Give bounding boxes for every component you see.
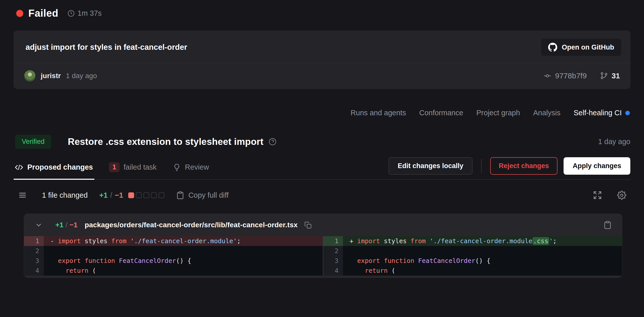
tab-failed-task-label: failed task — [124, 163, 157, 171]
nav-analysis[interactable]: Analysis — [533, 109, 561, 117]
code-content: + import styles from './feat-cancel-orde… — [343, 236, 622, 246]
nav-self-healing-ci-label: Self-healing CI — [574, 109, 622, 117]
code-content — [343, 246, 622, 256]
commit-card-top: adjust import for styles in feat-cancel-… — [14, 31, 630, 64]
code-line: 2 — [323, 246, 622, 256]
code-line: 4 return ( — [24, 266, 323, 276]
code-line: 4 return ( — [323, 266, 622, 276]
code-line: 1+ import styles from './feat-cancel-ord… — [323, 236, 622, 246]
chevron-down-icon[interactable] — [35, 221, 43, 229]
run-status-label: Failed — [28, 8, 58, 19]
help-icon[interactable] — [269, 138, 276, 146]
line-number: 1 — [323, 236, 343, 246]
author-name[interactable]: juristr — [41, 72, 61, 80]
copy-path-icon[interactable] — [304, 221, 312, 229]
line-number: 1 — [24, 236, 44, 246]
stat-block — [143, 192, 149, 198]
fix-title: Restore .css extension to stylesheet imp… — [68, 137, 264, 147]
additions-count: +1 — [99, 191, 108, 199]
stat-block — [151, 192, 157, 198]
file-deletions: −1 — [70, 221, 78, 229]
line-number: 4 — [24, 266, 44, 276]
page: Failed 1m 37s adjust import for styles i… — [0, 0, 644, 317]
diff-pane-right[interactable]: 1+ import styles from './feat-cancel-ord… — [323, 236, 622, 276]
lightbulb-icon — [173, 163, 181, 171]
tab-proposed-changes[interactable]: Proposed changes — [14, 158, 94, 180]
tab-review-label: Review — [185, 163, 209, 171]
diff-toolbar-right — [593, 191, 626, 200]
stat-block — [159, 192, 164, 198]
nav-runs-and-agents[interactable]: Runs and agents — [351, 109, 406, 117]
diff-pane-left[interactable]: 1- import styles from './feat-cancel-ord… — [24, 236, 323, 276]
commit-title: adjust import for styles in feat-cancel-… — [26, 43, 187, 52]
avatar[interactable] — [24, 70, 36, 82]
nav-project-graph[interactable]: Project graph — [476, 109, 520, 117]
git-branch-icon — [600, 72, 608, 80]
files-changed-label: 1 file changed — [42, 191, 88, 199]
actions-divider — [481, 159, 482, 173]
action-buttons: Edit changes locally Reject changes Appl… — [389, 157, 630, 179]
line-number: 3 — [24, 256, 44, 266]
expand-icon[interactable] — [593, 191, 602, 200]
github-logo-icon — [548, 43, 557, 52]
edit-changes-locally-button[interactable]: Edit changes locally — [389, 157, 473, 175]
open-on-github-label: Open on GitHub — [562, 43, 614, 51]
branch-count-group[interactable]: 31 — [600, 72, 620, 80]
tabs: Proposed changes 1 failed task Review — [14, 158, 210, 179]
diffstat: +1 / −1 — [99, 191, 123, 199]
code-content: return ( — [343, 266, 622, 276]
code-line: 2 — [24, 246, 323, 256]
gear-icon[interactable] — [617, 191, 626, 200]
copy-full-diff-label: Copy full diff — [188, 191, 229, 199]
copy-file-diff-icon[interactable] — [603, 221, 612, 229]
line-number: 4 — [323, 266, 343, 276]
nav-conformance[interactable]: Conformance — [419, 109, 463, 117]
run-duration: 1m 37s — [68, 9, 102, 17]
notification-dot-icon — [625, 111, 630, 115]
file-diffstat: +1 / −1 — [55, 221, 78, 229]
git-commit-icon — [543, 72, 551, 80]
diff-body: 1- import styles from './feat-cancel-ord… — [24, 236, 622, 276]
hamburger-icon[interactable] — [18, 190, 27, 200]
commit-card-bottom: juristr 1 day ago 9778b7f9 31 — [14, 64, 630, 89]
fix-time: 1 day ago — [598, 138, 630, 146]
run-duration-value: 1m 37s — [78, 9, 102, 17]
code-content: export function FeatCancelOrder() { — [44, 256, 323, 266]
code-content — [44, 246, 323, 256]
nav-self-healing-ci[interactable]: Self-healing CI — [574, 109, 630, 117]
copy-full-diff-button[interactable]: Copy full diff — [176, 191, 229, 199]
line-number: 2 — [24, 246, 44, 256]
code-content: return ( — [44, 266, 323, 276]
tab-review[interactable]: Review — [172, 158, 210, 179]
file-path: packages/orders/feat-cancel-order/src/li… — [85, 221, 298, 229]
open-on-github-button[interactable]: Open on GitHub — [541, 38, 621, 56]
code-line: 3 export function FeatCancelOrder() { — [323, 256, 622, 266]
diff-toolbar: 1 file changed +1 / −1 Copy full diff — [14, 190, 630, 200]
commit-card: adjust import for styles in feat-cancel-… — [14, 31, 630, 89]
diffstat-separator: / — [110, 191, 112, 199]
tabs-row: Proposed changes 1 failed task Review Ed… — [14, 157, 630, 180]
tab-failed-task[interactable]: 1 failed task — [108, 158, 158, 179]
author-group: juristr 1 day ago — [24, 70, 97, 82]
commit-hash-group[interactable]: 9778b7f9 — [543, 72, 587, 80]
diff-stat-blocks — [128, 192, 164, 198]
run-status-row: Failed 1m 37s — [14, 8, 630, 19]
code-content: export function FeatCancelOrder() { — [343, 256, 622, 266]
commit-hash: 9778b7f9 — [555, 72, 587, 80]
reject-changes-button[interactable]: Reject changes — [490, 157, 557, 175]
stat-block — [128, 192, 134, 198]
file-diffstat-separator: / — [66, 221, 68, 229]
deletions-count: −1 — [115, 191, 123, 199]
commit-meta: 9778b7f9 31 — [543, 72, 620, 80]
line-number: 3 — [323, 256, 343, 266]
fix-header: Verified Restore .css extension to style… — [14, 135, 630, 149]
branch-count: 31 — [612, 72, 620, 80]
apply-changes-button[interactable]: Apply changes — [564, 157, 630, 175]
code-icon — [15, 163, 23, 172]
tab-proposed-changes-label: Proposed changes — [27, 163, 93, 171]
file-additions: +1 — [55, 221, 63, 229]
clipboard-icon — [176, 191, 184, 199]
code-content: - import styles from './feat-cancel-orde… — [44, 236, 323, 246]
commit-time: 1 day ago — [66, 72, 97, 80]
code-line: 1- import styles from './feat-cancel-ord… — [24, 236, 323, 246]
